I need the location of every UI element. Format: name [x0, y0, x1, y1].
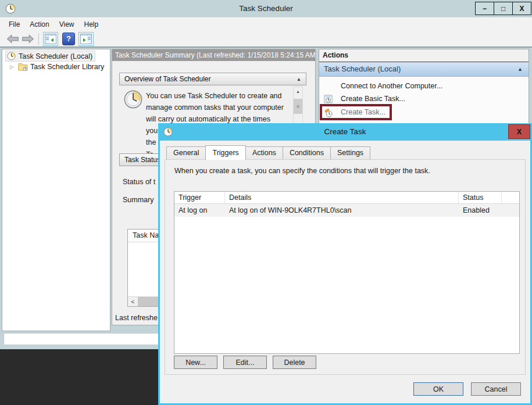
cell-trigger: At log on	[174, 204, 225, 217]
create-basic-task-icon	[324, 95, 333, 104]
triggers-table: Trigger Details Status At log on At log …	[174, 191, 520, 354]
summary-panel-header: Task Scheduler Summary (Last refreshed: …	[112, 49, 315, 61]
console-tree-icon	[45, 34, 56, 44]
overview-title: Overview of Task Scheduler	[124, 75, 211, 83]
back-icon[interactable]	[6, 34, 19, 44]
toolbar-separator	[38, 33, 39, 45]
ok-button[interactable]: OK	[413, 382, 463, 396]
main-titlebar[interactable]: Task Scheduler − □ X	[0, 0, 532, 17]
actions-group-title: Task Scheduler (Local)	[324, 64, 401, 73]
triggers-description: When you create a task, you can specify …	[174, 167, 430, 175]
delete-button[interactable]: Delete	[273, 356, 316, 369]
task-status-title: Task Status	[124, 156, 160, 164]
column-header-status[interactable]: Status	[459, 192, 502, 203]
close-button[interactable]: X	[512, 2, 531, 15]
dialog-title: Create Task	[158, 123, 532, 141]
scroll-up-icon[interactable]: ▲	[294, 87, 302, 96]
clock-icon	[7, 52, 16, 60]
tab-settings[interactable]: Settings	[330, 146, 370, 159]
cell-details: At log on of WIN-9OLK4R7THL0\scan	[225, 204, 459, 217]
new-button[interactable]: New...	[174, 356, 217, 369]
dialog-close-button[interactable]: X	[508, 124, 530, 139]
action-pane-icon	[80, 34, 92, 44]
edit-button[interactable]: Edit...	[223, 356, 267, 369]
menu-file[interactable]: File	[9, 20, 20, 28]
action-connect-to-another-computer[interactable]: Connect to Another Computer...	[341, 82, 442, 90]
toolbar: ?	[0, 31, 532, 48]
create-task-highlight-annotation	[320, 104, 392, 120]
tab-conditions[interactable]: Conditions	[283, 146, 331, 159]
tab-general[interactable]: General	[166, 146, 206, 159]
column-header-details[interactable]: Details	[225, 192, 459, 203]
minimize-button[interactable]: −	[475, 2, 494, 15]
collapse-icon[interactable]: ▲	[517, 62, 523, 77]
tree-item-label: Task Scheduler Library	[30, 63, 104, 71]
collapse-icon[interactable]: ▲	[297, 73, 301, 86]
dialog-tabs: General Triggers Actions Conditions Sett…	[166, 146, 370, 159]
tab-triggers[interactable]: Triggers	[205, 145, 245, 160]
menu-bar: File Action View Help	[0, 17, 532, 31]
cell-status: Enabled	[459, 204, 502, 217]
dialog-titlebar[interactable]: Create Task X	[158, 123, 532, 141]
tree-item-task-scheduler-local[interactable]: Task Scheduler (Local)	[5, 51, 95, 62]
library-folder-icon	[18, 63, 28, 71]
dialog-body: General Triggers Actions Conditions Sett…	[158, 141, 532, 405]
forward-icon[interactable]	[22, 34, 34, 44]
scroll-left-icon[interactable]: <	[128, 297, 138, 306]
window-title: Task Scheduler	[0, 0, 532, 17]
last-refreshed-text: Last refreshe	[115, 314, 158, 322]
scrollbar-thumb[interactable]: ≡	[294, 99, 302, 114]
tree-item-task-scheduler-library[interactable]: ▷ Task Scheduler Library	[10, 63, 104, 71]
cancel-button[interactable]: Cancel	[471, 382, 521, 396]
console-tree-panel: Task Scheduler (Local) ▷ Task Scheduler …	[2, 49, 110, 331]
show-action-pane-button[interactable]	[78, 32, 94, 46]
menu-view[interactable]: View	[59, 20, 74, 28]
menu-action[interactable]: Action	[30, 20, 49, 28]
action-create-basic-task[interactable]: Create Basic Task...	[341, 95, 405, 103]
column-header-filler	[502, 192, 519, 203]
status-of-text: Status of t	[123, 178, 155, 186]
overview-clock-icon	[124, 90, 142, 109]
create-task-dialog: Create Task X General Triggers Actions C…	[158, 123, 532, 405]
actions-header: Actions	[319, 49, 529, 62]
maximize-button[interactable]: □	[494, 2, 513, 15]
overview-section-header[interactable]: Overview of Task Scheduler ▲	[119, 73, 306, 85]
table-row[interactable]: At log on At log on of WIN-9OLK4R7THL0\s…	[174, 204, 519, 217]
help-icon[interactable]: ?	[62, 33, 75, 45]
actions-group-header[interactable]: Task Scheduler (Local) ▲	[319, 62, 529, 77]
triggers-table-header: Trigger Details Status	[174, 192, 519, 204]
expander-icon[interactable]: ▷	[10, 64, 16, 70]
menu-help[interactable]: Help	[84, 20, 99, 28]
triggers-tab-page: When you create a task, you can specify …	[165, 159, 526, 375]
summary-text: Summary	[123, 196, 153, 204]
column-header-trigger[interactable]: Trigger	[174, 192, 225, 203]
tab-actions[interactable]: Actions	[245, 146, 283, 159]
tree-item-label: Task Scheduler (Local)	[19, 52, 92, 60]
hide-console-tree-button[interactable]	[43, 32, 58, 46]
